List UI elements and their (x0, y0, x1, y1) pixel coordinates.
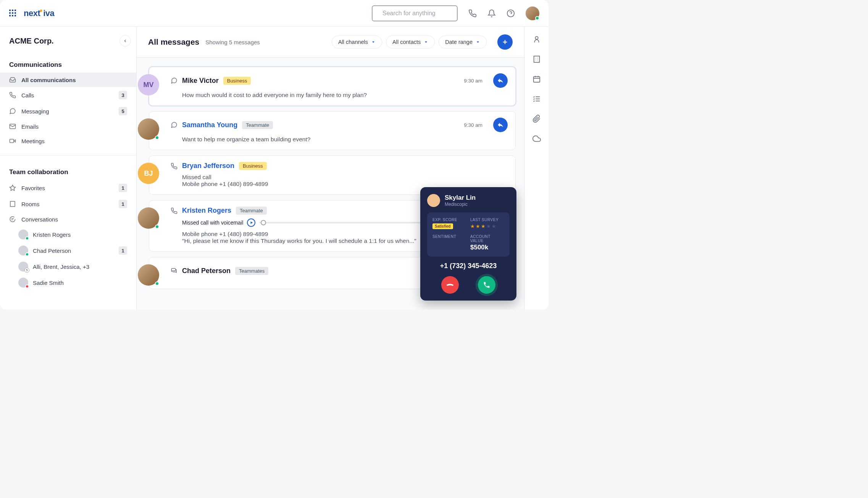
sender-avatar: MV (138, 74, 159, 95)
section-title-team: Team collaboration (0, 162, 136, 180)
filter-label: Date range (445, 39, 473, 45)
reply-button[interactable] (493, 73, 508, 88)
answer-icon (483, 281, 490, 289)
phone-icon[interactable] (468, 9, 477, 18)
sender-name: Mike Victor (182, 77, 219, 85)
nav-label: Favorites (21, 185, 113, 191)
threads-icon (9, 216, 16, 223)
global-search[interactable] (372, 5, 458, 21)
sender-avatar (138, 207, 159, 229)
decline-call-button[interactable] (441, 276, 459, 294)
svg-rect-20 (534, 56, 539, 63)
conversation-item[interactable]: 5 Alli, Brent, Jessica, +3 (0, 259, 136, 275)
message-card[interactable]: Samantha Young Teammate 9:30 am Want to … (149, 111, 516, 150)
metric-label-account: ACCOUNT VALUE (470, 234, 504, 243)
contact-tag: Teammates (235, 267, 268, 275)
star-icon: ★ (492, 223, 496, 229)
company-icon[interactable] (532, 55, 541, 63)
attachment-icon[interactable] (532, 115, 541, 123)
plus-icon (502, 39, 508, 45)
collapse-sidebar-button[interactable] (119, 35, 131, 47)
workspace-name: ACME Corp. (9, 37, 111, 45)
nav-label: Conversations (21, 216, 127, 223)
app-grid-icon[interactable] (9, 10, 17, 17)
convo-avatar (18, 278, 28, 288)
caller-phone: +1 (732) 345-4623 (427, 262, 510, 270)
right-rail (524, 27, 549, 310)
nav-rooms[interactable]: Rooms 1 (0, 196, 136, 212)
compose-button[interactable] (497, 34, 513, 50)
message-card[interactable]: MV Mike Victor Business 9:30 am How much… (149, 67, 516, 106)
convo-name: Sadie Smith (33, 280, 127, 286)
convo-name: Alli, Brent, Jessica, +3 (33, 264, 127, 270)
conversation-item[interactable]: Sadie Smith (0, 275, 136, 291)
nav-emails[interactable]: Emails (0, 119, 136, 134)
message-header-row: Samantha Young Teammate 9:30 am (171, 118, 508, 132)
incoming-call-popup: Skylar Lin Mediscopic EXP. SCORE Satisfi… (420, 187, 516, 301)
nav-label: Messaging (21, 108, 113, 115)
progress-knob[interactable] (261, 220, 266, 225)
svg-rect-5 (10, 139, 14, 143)
search-input[interactable] (382, 10, 459, 17)
chevron-left-icon (123, 39, 127, 43)
accept-call-button[interactable] (478, 276, 495, 294)
play-icon (250, 221, 253, 225)
nav-badge: 1 (119, 200, 127, 208)
nav-conversations[interactable]: Conversations (0, 212, 136, 226)
contact-tag: Teammate (242, 121, 273, 129)
nav-calls[interactable]: Calls 3 (0, 87, 136, 103)
message-header-row: Bryan Jefferson Business (171, 162, 508, 170)
nav-all-communications[interactable]: All communications (0, 73, 136, 87)
sender-avatar: BJ (138, 163, 159, 184)
contact-tag: Business (239, 162, 267, 170)
nav-label: Rooms (21, 201, 113, 207)
sender-name[interactable]: Samantha Young (182, 121, 237, 129)
nav-favorites[interactable]: Favorites 1 (0, 180, 136, 196)
presence-indicator (155, 281, 159, 286)
logo[interactable]: next●iva (24, 8, 54, 18)
calendar-icon[interactable] (532, 75, 541, 83)
nav-meetings[interactable]: Meetings (0, 134, 136, 148)
chevron-down-icon (476, 40, 480, 44)
bell-icon[interactable] (487, 9, 496, 18)
nav-messaging[interactable]: Messaging 5 (0, 103, 136, 119)
building-icon (9, 200, 16, 207)
star-icon: ★ (476, 223, 480, 229)
threads-icon (171, 267, 177, 274)
filter-pill[interactable]: Date range (439, 36, 487, 49)
svg-marker-7 (10, 185, 16, 191)
convo-avatar (18, 246, 28, 255)
user-avatar[interactable] (526, 6, 539, 20)
convo-name: Kristen Rogers (33, 231, 127, 238)
reply-icon (497, 121, 504, 128)
nav-badge: 5 (119, 107, 127, 115)
filter-pill[interactable]: All contacts (386, 36, 435, 49)
convo-avatar: 5 (18, 262, 28, 272)
conversation-item[interactable]: Kristen Rogers (0, 226, 136, 243)
main-header: All messages Showing 5 messages All chan… (137, 27, 524, 58)
play-button[interactable] (247, 218, 255, 227)
svg-marker-14 (425, 42, 427, 43)
nav-badge: 1 (119, 184, 127, 192)
page-title: All messages (148, 37, 199, 47)
svg-marker-18 (251, 222, 253, 224)
chevron-down-icon (424, 40, 428, 44)
filter-label: All contacts (392, 39, 421, 45)
help-icon[interactable] (507, 9, 515, 18)
svg-marker-15 (477, 42, 479, 43)
reply-button[interactable] (493, 118, 508, 132)
nav-badge: 1 (119, 246, 127, 255)
tasks-icon[interactable] (532, 95, 541, 103)
page-subtitle: Showing 5 messages (205, 39, 260, 45)
message-time: 9:30 am (464, 78, 482, 84)
star-icon (9, 184, 16, 191)
message-preview: How much would it cost to add everyone i… (182, 92, 508, 99)
sender-name[interactable]: Bryan Jefferson (182, 162, 234, 170)
nav-label: Calls (21, 92, 113, 99)
conversation-item[interactable]: Chad Peterson 1 (0, 243, 136, 259)
sender-name[interactable]: Kristen Rogers (182, 207, 231, 215)
filter-pill[interactable]: All channels (332, 36, 382, 49)
svg-rect-25 (533, 77, 540, 82)
cloud-icon[interactable] (532, 134, 541, 143)
contact-icon[interactable] (532, 35, 541, 44)
